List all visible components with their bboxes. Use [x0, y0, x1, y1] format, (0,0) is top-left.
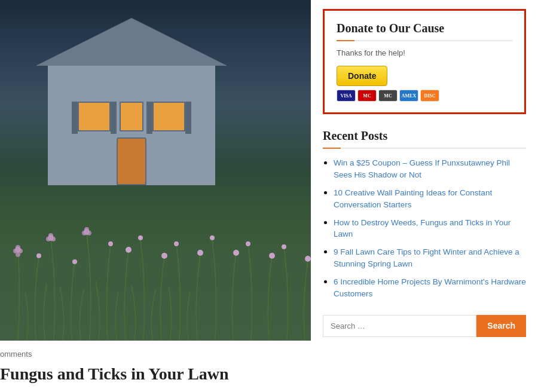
window-left	[78, 102, 111, 131]
amex-icon: AMEX	[399, 90, 418, 102]
list-item: 9 Fall Lawn Care Tips to Fight Winter an…	[334, 246, 526, 270]
window-center	[120, 102, 143, 131]
svg-point-14	[269, 253, 275, 259]
post-link-5[interactable]: 6 Incredible Home Projects By Warnimont'…	[334, 277, 526, 298]
donate-title-text: Donate to Our Cause	[337, 22, 444, 35]
list-item: How to Destroy Weeds, Fungus and Ticks i…	[334, 217, 526, 241]
recent-posts-list: Win a $25 Coupon – Guess If Punxsutawney…	[323, 157, 526, 300]
donate-widget: Donate to Our Cause Thanks for the help!…	[323, 9, 526, 114]
donate-divider	[337, 40, 512, 41]
article-title-text: Fungus and Ticks in Your Lawn	[0, 365, 229, 383]
svg-point-5	[108, 241, 113, 246]
svg-point-11	[210, 235, 215, 240]
paypal-donate-button[interactable]: Donate	[337, 66, 387, 86]
svg-point-1	[36, 253, 41, 258]
search-widget: Search	[323, 315, 526, 337]
donate-thanks-text: Thanks for the help!	[337, 48, 512, 57]
post-link-2[interactable]: 10 Creative Wall Painting Ideas for Cons…	[334, 188, 492, 209]
search-btn-label: Search	[487, 321, 515, 330]
svg-point-9	[174, 241, 179, 246]
svg-point-6	[126, 247, 132, 253]
article-comments: omments	[0, 350, 299, 359]
paypal-card-icons: VISA MC MC AMEX DISC	[337, 90, 439, 102]
svg-point-22	[46, 237, 51, 241]
right-sidebar: Donate to Our Cause Thanks for the help!…	[311, 0, 538, 392]
comments-text: omments	[0, 350, 32, 359]
search-input[interactable]	[323, 315, 476, 337]
post-link-1[interactable]: Win a $25 Coupon – Guess If Punxsutawney…	[334, 158, 510, 179]
search-form: Search	[323, 315, 526, 337]
recent-posts-divider	[323, 148, 526, 149]
svg-point-10	[197, 250, 203, 256]
left-column: omments Fungus and Ticks in Your Lawn	[0, 0, 311, 392]
svg-point-12	[233, 250, 239, 256]
mastercard2-icon: MC	[378, 90, 398, 102]
mastercard-icon: MC	[357, 90, 377, 102]
svg-point-25	[82, 231, 87, 235]
flowers-svg	[0, 161, 311, 341]
house-roof	[36, 18, 227, 66]
svg-point-20	[16, 252, 20, 257]
list-item: 10 Creative Wall Painting Ideas for Cons…	[334, 187, 526, 211]
post-link-4[interactable]: 9 Fall Lawn Care Tips to Fight Winter an…	[334, 247, 519, 268]
svg-point-3	[72, 259, 77, 264]
article-section: omments Fungus and Ticks in Your Lawn	[0, 341, 311, 391]
hero-image	[0, 0, 311, 341]
donate-widget-title: Donate to Our Cause	[337, 22, 512, 35]
svg-point-7	[138, 235, 143, 240]
svg-point-26	[87, 231, 91, 235]
list-item: Win a $25 Coupon – Guess If Punxsutawney…	[334, 157, 526, 181]
list-item: 6 Incredible Home Projects By Warnimont'…	[334, 276, 526, 300]
flowers-decoration	[0, 161, 311, 341]
recent-posts-title-text: Recent Posts	[323, 129, 387, 142]
svg-point-23	[51, 237, 56, 241]
thanks-text: Thanks for the help!	[337, 48, 405, 57]
svg-point-16	[305, 256, 311, 262]
visa-icon: VISA	[337, 90, 356, 102]
svg-point-8	[161, 253, 167, 259]
recent-posts-title: Recent Posts	[323, 129, 526, 143]
recent-posts-widget: Recent Posts Win a $25 Coupon – Guess If…	[323, 129, 526, 300]
donate-btn-label: Donate	[348, 71, 376, 81]
post-link-3[interactable]: How to Destroy Weeds, Fungus and Ticks i…	[334, 218, 511, 239]
svg-point-15	[282, 244, 286, 249]
discover-icon: DISC	[420, 90, 439, 102]
search-button[interactable]: Search	[476, 315, 526, 337]
window-right	[152, 102, 185, 131]
svg-point-13	[246, 241, 250, 246]
article-title: Fungus and Ticks in Your Lawn	[0, 363, 299, 385]
house-illustration	[36, 18, 227, 185]
donate-button-wrap: Donate VISA MC MC AMEX DISC	[337, 66, 512, 102]
